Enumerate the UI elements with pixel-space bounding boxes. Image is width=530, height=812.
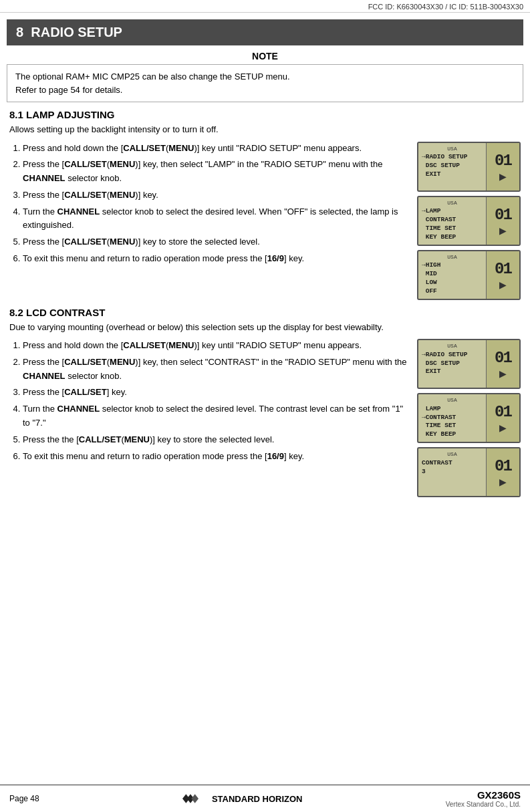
contrast-display-3: USA CONTRAST 3 01 ▶ — [417, 447, 521, 497]
lamp-instructions: Press and hold down the [CALL/SET(MENU)]… — [9, 142, 410, 300]
lamp-step-3: Press the [CALL/SET(MENU)] key. — [23, 188, 410, 202]
note-box: The optional RAM+ MIC CMP25 can be also … — [7, 64, 523, 102]
footer-model: GX2360S — [446, 789, 521, 801]
lamp-step-4: Turn the CHANNEL selector knob to select… — [23, 205, 410, 233]
lamp-display-1: USA →RADIO SETUP DSC SETUP EXIT 01 ▶ — [417, 142, 521, 192]
lamp-step-5: Press the [CALL/SET(MENU)] key to store … — [23, 235, 410, 249]
contrast-step-3: Press the [CALL/SET] key. — [23, 386, 410, 400]
lamp-step-2: Press the [CALL/SET(MENU)] key, then sel… — [23, 158, 410, 186]
footer-company: Vertex Standard Co., Ltd. — [446, 801, 521, 808]
footer-right: GX2360S Vertex Standard Co., Ltd. — [446, 789, 521, 808]
lamp-desc: Allows setting up the backlight intensit… — [9, 123, 521, 136]
contrast-step-5: Press the the [CALL/SET(MENU)] key to st… — [23, 433, 410, 447]
contrast-display-1: USA →RADIO SETUP DSC SETUP EXIT 01 ▶ — [417, 339, 521, 389]
lamp-step-6: To exit this menu and return to radio op… — [23, 252, 410, 266]
contrast-displays: USA →RADIO SETUP DSC SETUP EXIT 01 ▶ USA… — [417, 339, 521, 497]
note-label: NOTE — [0, 51, 530, 61]
lamp-display-3: USA →HIGH MID LOW OFF 01 ▶ — [417, 250, 521, 300]
contrast-display-2: USA LAMP →CONTRAST TIME SET KEY BEEP 01 … — [417, 393, 521, 443]
lamp-title: 8.1 LAMP ADJUSTING — [9, 109, 521, 120]
lamp-displays: USA →RADIO SETUP DSC SETUP EXIT 01 ▶ USA… — [417, 142, 521, 300]
contrast-title: 8.2 LCD CONTRAST — [9, 307, 521, 318]
svg-marker-2 — [191, 794, 198, 803]
standard-horizon-logo-icon — [182, 792, 209, 805]
contrast-step-2: Press the [CALL/SET(MENU)] key, then sel… — [23, 356, 410, 384]
contrast-step-6: To exit this menu and return to radio op… — [23, 450, 410, 464]
contrast-instructions: Press and hold down the [CALL/SET(MENU)]… — [9, 339, 410, 497]
contrast-step-4: Turn the CHANNEL selector knob to select… — [23, 402, 410, 430]
note-line2: Refer to page 54 for details. — [15, 85, 122, 95]
logo-text: STANDARD HORIZON — [212, 794, 303, 804]
lamp-step-1: Press and hold down the [CALL/SET(MENU)]… — [23, 142, 410, 156]
fcc-header: FCC ID: K6630043X30 / IC ID: 511B-30043X… — [0, 0, 530, 13]
note-line1: The optional RAM+ MIC CMP25 can be also … — [15, 72, 290, 82]
section-title: 8 RADIO SETUP — [7, 19, 523, 45]
lamp-display-2: USA →LAMP CONTRAST TIME SET KEY BEEP 01 … — [417, 196, 521, 246]
contrast-step-1: Press and hold down the [CALL/SET(MENU)]… — [23, 339, 410, 353]
footer: Page 48 STANDARD HORIZON GX2360S Vertex … — [0, 785, 530, 812]
footer-page: Page 48 — [9, 794, 39, 803]
sh-logo: STANDARD HORIZON — [182, 792, 303, 805]
footer-center: STANDARD HORIZON — [182, 792, 303, 805]
contrast-desc: Due to varying mounting (overhead or bel… — [9, 321, 521, 334]
